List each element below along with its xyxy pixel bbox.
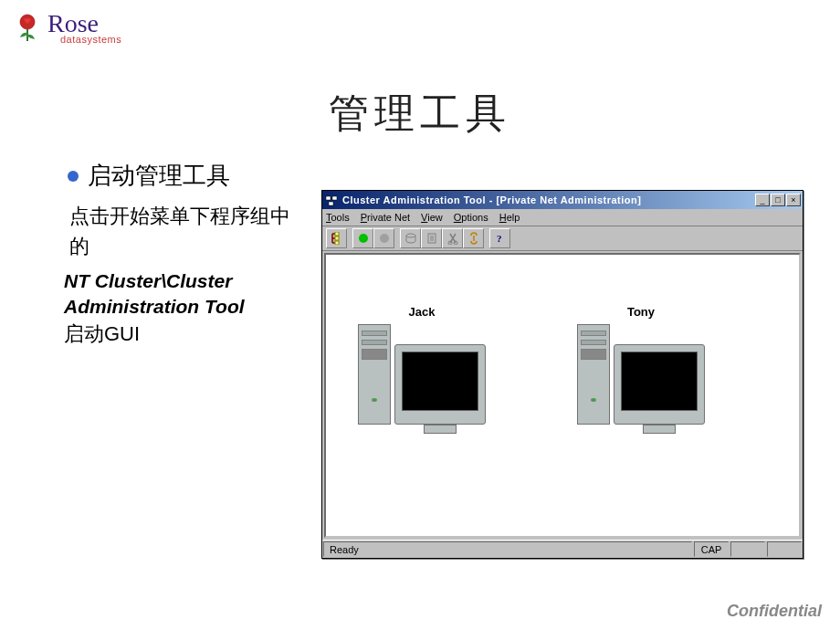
description-line-3: 启动GUI [64, 320, 305, 348]
menu-tools[interactable]: Tools [326, 212, 350, 223]
computer-icon [358, 324, 486, 425]
cut-icon[interactable] [442, 228, 463, 248]
tower-icon [358, 324, 391, 425]
stop-icon[interactable] [373, 228, 394, 248]
tower-icon [577, 324, 610, 425]
menu-private-net[interactable]: Private Net [361, 212, 410, 223]
bullet-text: 启动管理工具 [88, 160, 230, 192]
content-body: 启动管理工具 点击开始菜单下程序组中的 NT Cluster\Cluster A… [68, 160, 305, 348]
window-titlebar[interactable]: Cluster Administration Tool - [Private N… [322, 191, 803, 209]
status-empty1 [730, 541, 765, 557]
help-icon[interactable]: ? [489, 228, 510, 248]
cluster-node-tony[interactable]: Tony [577, 305, 705, 425]
minimize-button[interactable]: _ [755, 194, 770, 206]
document-icon[interactable] [421, 228, 442, 248]
node-label: Tony [627, 305, 655, 319]
status-cap: CAP [694, 541, 729, 557]
svg-point-7 [380, 234, 389, 243]
description-path: NT Cluster\Cluster Administration Tool [64, 268, 305, 320]
disk-icon[interactable] [400, 228, 421, 248]
status-empty2 [767, 541, 802, 557]
svg-rect-2 [329, 202, 333, 205]
svg-text:?: ? [497, 233, 502, 244]
link-icon[interactable] [463, 228, 484, 248]
slide-title: 管理工具 [0, 87, 840, 141]
brand-logo: Rose datasystems [11, 11, 121, 45]
menu-view[interactable]: View [421, 212, 443, 223]
bullet-dot-icon [68, 171, 79, 182]
bullet-item: 启动管理工具 [68, 160, 305, 192]
svg-rect-3 [335, 232, 339, 236]
svg-rect-1 [332, 196, 337, 200]
close-button[interactable]: × [786, 194, 801, 206]
description-line-1: 点击开始菜单下程序组中的 [69, 201, 305, 261]
toolbar: ? [322, 226, 803, 251]
logo-text: Rose datasystems [47, 11, 121, 45]
svg-rect-5 [335, 241, 339, 245]
menu-help[interactable]: Help [499, 212, 520, 223]
status-ready: Ready [323, 541, 692, 557]
rose-flower-icon [11, 12, 44, 45]
computer-icon [577, 324, 705, 425]
svg-rect-4 [335, 236, 339, 240]
window-title: Cluster Administration Tool - [Private N… [342, 194, 755, 205]
svg-rect-0 [326, 196, 331, 200]
desc3-prefix: 启动 [64, 322, 104, 345]
confidential-watermark: Confidential [727, 602, 822, 621]
menu-options[interactable]: Options [454, 212, 488, 223]
tree-icon[interactable] [326, 228, 347, 248]
status-bar: Ready CAP [322, 540, 803, 558]
logo-sub: datasystems [60, 35, 121, 45]
node-label: Jack [409, 305, 436, 319]
workspace-canvas[interactable]: Jack Tony [324, 253, 801, 538]
desc3-gui: GUI [104, 322, 140, 345]
logo-main: Rose [47, 11, 121, 37]
cluster-node-jack[interactable]: Jack [358, 305, 486, 425]
window-controls: _ □ × [755, 194, 801, 206]
maximize-button[interactable]: □ [771, 194, 785, 206]
svg-point-8 [406, 234, 415, 237]
monitor-icon [394, 344, 486, 425]
monitor-icon [614, 344, 705, 425]
app-icon [324, 193, 339, 207]
menu-bar: Tools Private Net View Options Help [322, 209, 803, 226]
cluster-admin-window: Cluster Administration Tool - [Private N… [321, 190, 803, 559]
svg-point-6 [359, 234, 368, 243]
start-icon[interactable] [352, 228, 373, 248]
